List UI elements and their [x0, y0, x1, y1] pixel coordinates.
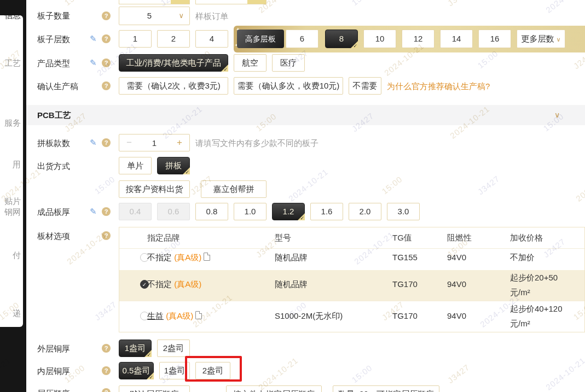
- sidebar-item-process[interactable]: 工艺: [4, 58, 21, 69]
- material-col-flame: 阻燃性: [447, 233, 472, 243]
- edit-pencil-icon[interactable]: ✎: [90, 58, 97, 68]
- red-annotation-box: [185, 356, 242, 382]
- datasheet-icon[interactable]: [195, 311, 202, 319]
- material-tg: TG170: [392, 279, 418, 289]
- material-row[interactable]: 不指定 (真A级): [147, 253, 210, 263]
- sidebar-item-payment[interactable]: 付: [13, 250, 21, 261]
- chevron-down-icon: ∨: [178, 11, 184, 20]
- thickness-option-2[interactable]: 0.8: [195, 203, 228, 220]
- confirm-draft-option-2[interactable]: 不需要: [349, 77, 381, 95]
- panel-count-stepper: − 1 +: [119, 134, 190, 151]
- material-model: 随机品牌: [275, 253, 308, 263]
- cutoff-field-1: [119, 0, 190, 4]
- ship-mode-option-1[interactable]: 拼板: [157, 157, 190, 174]
- layer-option-1[interactable]: 2: [157, 30, 190, 48]
- layer-option-4[interactable]: 14: [440, 30, 473, 48]
- pcb-process-section-header[interactable]: PCB工艺 ∨: [26, 105, 585, 125]
- material-table: 指定品牌 型号 TG值 阻燃性 加收价格 不指定 (真A级) 随机品牌 TG15…: [119, 227, 585, 332]
- product-type-help-icon[interactable]: ?: [102, 58, 111, 67]
- product-type-label: 产品类型: [37, 58, 70, 69]
- thickness-option-7[interactable]: 3.0: [387, 203, 420, 220]
- material-tg: TG155: [392, 253, 418, 262]
- pcb-order-page: 板子数量 ? 5 ∨ 样板订单 板子层数 ✎ ? 124 ✦ ✦ 高多层板 68…: [0, 0, 585, 392]
- grade-tag: (真A级): [174, 279, 201, 289]
- material-col-brand: 指定品牌: [147, 233, 180, 243]
- form-area: 板子数量 ? 5 ∨ 样板订单 板子层数 ✎ ? 124 ✦ ✦ 高多层板 68…: [26, 0, 585, 392]
- ship-sub-option-1[interactable]: 嘉立创帮拼: [201, 180, 267, 198]
- outer-copper-help-icon[interactable]: ?: [102, 344, 111, 353]
- layer-option-0[interactable]: 1: [119, 30, 152, 48]
- panel-count-help-icon[interactable]: ?: [102, 138, 111, 147]
- material-row[interactable]: 生益 (真A级): [147, 311, 202, 321]
- material-price: 起步价20+50: [510, 273, 558, 283]
- sidebar: 信息 工艺 服务 用 贴片 钢网 付 递: [0, 0, 26, 392]
- thickness-help-icon[interactable]: ?: [102, 207, 111, 216]
- thickness-option-0[interactable]: 0.4: [119, 203, 152, 220]
- board-qty-help-icon[interactable]: ?: [102, 11, 111, 20]
- layers-help-icon[interactable]: ?: [102, 34, 111, 43]
- layer-option-2[interactable]: 10: [363, 30, 396, 48]
- outer-copper-option-1[interactable]: 2盎司: [157, 340, 190, 357]
- edit-pencil-icon[interactable]: ✎: [90, 34, 97, 44]
- pcb-process-title: PCB工艺: [37, 110, 71, 121]
- material-row[interactable]: 不指定 (真A级): [147, 279, 201, 290]
- sidebar-item-smt[interactable]: 贴片: [4, 196, 21, 207]
- outer-copper-option-0[interactable]: 1盎司: [119, 340, 152, 357]
- confirm-draft-option-1[interactable]: 需要（确认多次，收费10元): [234, 77, 343, 95]
- edit-pencil-icon[interactable]: ✎: [90, 207, 97, 217]
- confirm-draft-help-icon[interactable]: ?: [102, 81, 111, 90]
- material-price-unit: 元/m²: [510, 288, 530, 298]
- material-price: 不加价: [510, 253, 535, 263]
- board-qty-select[interactable]: 5 ∨: [119, 7, 190, 25]
- divider: [119, 301, 584, 301]
- sidebar-step-panel: 信息 工艺 服务 用 贴片 钢网 付 递: [0, 15, 23, 327]
- material-help-icon[interactable]: ?: [102, 231, 111, 240]
- sidebar-item-stencil[interactable]: 钢网: [4, 207, 21, 218]
- sidebar-item-info[interactable]: 信息: [4, 15, 21, 21]
- product-type-option-2[interactable]: 医疗: [272, 54, 305, 72]
- product-type-option-1[interactable]: 航空: [234, 54, 267, 72]
- layer-option-1[interactable]: 8: [325, 30, 358, 48]
- why-confirm-draft-link[interactable]: 为什么官方推荐确认生产稿?: [387, 81, 490, 92]
- lamination-option-1[interactable]: 按文件内指定层压顺序: [226, 385, 322, 392]
- sidebar-item-express[interactable]: 递: [13, 308, 21, 319]
- material-col-price: 加收价格: [510, 233, 543, 243]
- lamination-help-icon[interactable]: ?: [102, 388, 111, 392]
- ship-mode-option-0[interactable]: 单片: [119, 157, 152, 174]
- lamination-option-2[interactable]: 数量>20㎡可指定层压顺序: [333, 385, 439, 392]
- material-tg: TG170: [392, 311, 418, 320]
- board-qty-suffix: 样板订单: [195, 11, 228, 22]
- board-qty-value: 5: [119, 7, 179, 25]
- layer-option-0[interactable]: 6: [286, 30, 318, 48]
- sidebar-item-fee[interactable]: 用: [13, 160, 21, 170]
- brand-name[interactable]: 生益: [147, 311, 164, 320]
- brand-name: 不指定: [147, 279, 172, 289]
- confirm-draft-option-0[interactable]: 需要（确认2次，收费3元): [119, 77, 228, 95]
- material-price-unit: 元/m²: [510, 319, 530, 329]
- divider: [119, 248, 584, 249]
- inner-copper-option-0[interactable]: 0.5盎司: [119, 362, 154, 379]
- lamination-option-0[interactable]: 默认层压顺序: [119, 385, 190, 392]
- thickness-option-1[interactable]: 0.6: [157, 203, 190, 220]
- layer-option-5[interactable]: 16: [478, 30, 511, 48]
- layers-label: 板子层数: [37, 34, 70, 45]
- cutoff-field-2: [195, 0, 267, 4]
- thickness-option-6[interactable]: 2.0: [349, 203, 381, 220]
- inner-copper-help-icon[interactable]: ?: [102, 366, 111, 375]
- thickness-option-5[interactable]: 1.6: [310, 203, 343, 220]
- stepper-plus-button[interactable]: +: [170, 134, 189, 151]
- product-type-option-0[interactable]: 工业/消费/其他类电子产品: [119, 54, 228, 72]
- more-layers-button[interactable]: 更多层数 ∨: [517, 30, 565, 48]
- thickness-option-4[interactable]: 1.2: [272, 203, 305, 220]
- high-multilayer-badge: 高多层板: [237, 30, 284, 48]
- layer-option-2[interactable]: 4: [195, 30, 228, 48]
- layer-option-3[interactable]: 12: [402, 30, 435, 48]
- edit-pencil-icon[interactable]: ✎: [90, 138, 97, 148]
- thickness-option-3[interactable]: 1.0: [234, 203, 267, 220]
- brand-name: 不指定: [147, 253, 172, 262]
- collapse-chevron-icon[interactable]: ∨: [554, 110, 560, 119]
- sidebar-item-service[interactable]: 服务: [4, 118, 21, 128]
- material-model: 随机品牌: [275, 279, 308, 290]
- datasheet-icon[interactable]: [204, 253, 210, 261]
- ship-sub-option-0[interactable]: 按客户资料出货: [119, 180, 190, 198]
